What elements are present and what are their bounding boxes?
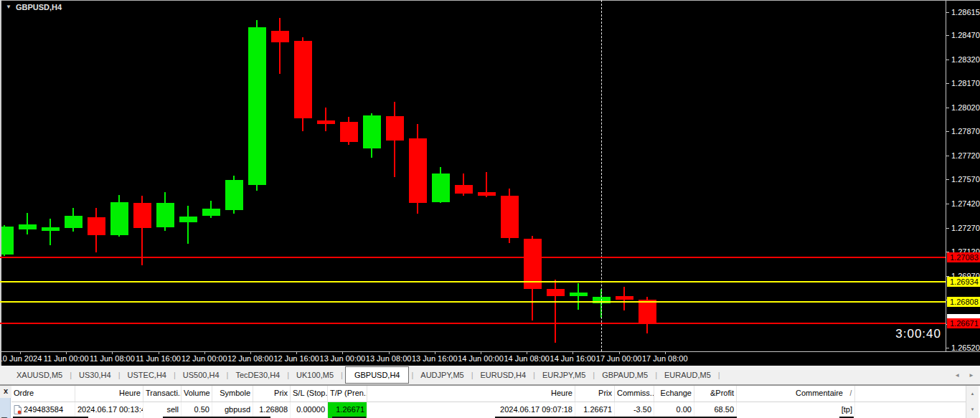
price-tick xyxy=(946,131,949,132)
price-tick xyxy=(946,179,949,180)
tab-us30-h4[interactable]: US30,H4 xyxy=(72,369,118,381)
candle-body xyxy=(478,192,496,196)
tab-audjpy-m5[interactable]: AUDJPY,M5 xyxy=(414,369,470,381)
day-separator-line xyxy=(601,0,602,351)
price-line[interactable] xyxy=(0,257,946,258)
chevron-down-icon: ▼ xyxy=(6,4,11,11)
price-tick xyxy=(946,228,949,229)
candle-body xyxy=(19,224,37,229)
time-tick-label: 11 Jun 08:00 xyxy=(90,354,135,363)
candle-body xyxy=(202,209,220,216)
candle-body xyxy=(547,289,565,296)
column-header-commiss-[interactable]: Commiss... xyxy=(615,386,654,402)
time-tick-label: 12 Jun 08:00 xyxy=(227,354,273,363)
cell-close-price: 1.26671 xyxy=(575,402,615,418)
price-line[interactable] xyxy=(0,323,946,324)
column-header-commentaire[interactable]: Commentaire xyxy=(737,386,855,402)
column-header-symbole[interactable]: Symbole xyxy=(212,386,253,402)
cell-close-time: 2024.06.17 09:07:18 xyxy=(367,402,575,418)
column-header-s-l-stop-[interactable]: S/L (Stop... xyxy=(291,386,328,402)
candle-body xyxy=(386,116,404,141)
price-line[interactable] xyxy=(0,281,946,282)
price-line-label: 1.26934 xyxy=(947,277,980,287)
tab-gbpusd-h4[interactable]: GBPUSD,H4 xyxy=(345,366,410,384)
cell-type: sell xyxy=(143,402,182,418)
history-row[interactable]: 249483584 2024.06.17 00:13:42 sell 0.50 … xyxy=(11,402,966,418)
cell-profit: 68.50 xyxy=(694,402,737,418)
column-header-stub xyxy=(855,386,966,402)
cell-comment: [tp] xyxy=(737,402,855,418)
tab-tecde30-h4[interactable]: TecDE30,H4 xyxy=(229,369,286,381)
tab-us500-h4[interactable]: US500,H4 xyxy=(176,369,226,381)
candle-wick xyxy=(578,283,579,310)
cell-swap: 0.00 xyxy=(654,402,694,418)
price-line[interactable] xyxy=(0,301,946,303)
price-tick-label: 1.28470 xyxy=(951,31,980,39)
tab-separator: | xyxy=(340,371,344,379)
order-document-icon xyxy=(14,405,22,414)
column-header-transacti-[interactable]: Transacti... xyxy=(143,386,182,402)
cell-sl: 0.00000 xyxy=(291,402,328,418)
tab-gbpaud-m5[interactable]: GBPAUD,M5 xyxy=(595,369,654,381)
column-header-ordre[interactable]: Ordre xyxy=(11,386,75,402)
time-tick-label: 14 Jun 08:00 xyxy=(504,354,550,363)
terminal-close-button[interactable]: x xyxy=(0,386,11,398)
chart-window: ▼ GBPUSD,H4 3:00:40 1.286151.284701.2832… xyxy=(0,0,980,366)
price-tick xyxy=(946,156,949,156)
column-header--profit[interactable]: &Profit xyxy=(694,386,737,402)
candle-body xyxy=(225,180,243,210)
tabs-scroll-right-icon[interactable]: ► xyxy=(969,372,974,379)
time-axis[interactable]: 10 Jun 202411 Jun 00:0011 Jun 08:0011 Ju… xyxy=(0,351,980,366)
sort-direction-icon[interactable]: / xyxy=(847,386,855,401)
price-tick-label: 1.27420 xyxy=(951,199,980,208)
terminal-panel: x Terminal OrdreHeureTransacti...VolumeS… xyxy=(0,385,980,418)
column-header-prix[interactable]: Prix xyxy=(253,386,291,402)
scroll-up-icon[interactable]: ▲ xyxy=(966,386,979,402)
tab-uk100-m5[interactable]: UK100,M5 xyxy=(290,369,340,381)
chart-tabs-bar: XAUUSD,M5|US30,H4|USTEC,H4|US500,H4|TecD… xyxy=(0,366,980,385)
tab-xauusd-m5[interactable]: XAUUSD,M5 xyxy=(10,369,69,381)
candle-body xyxy=(88,217,105,235)
candle-wick xyxy=(325,108,326,131)
chart-symbol-label: ▼ GBPUSD,H4 xyxy=(6,2,62,12)
tabs-scroll-left-icon[interactable]: ◄ xyxy=(954,372,960,379)
column-header-prix[interactable]: Prix xyxy=(575,386,615,402)
price-line-label: 1.26671 xyxy=(947,318,980,328)
history-table-header: OrdreHeureTransacti...VolumeSymbolePrixS… xyxy=(11,386,966,402)
cell-stub xyxy=(855,402,966,418)
candle-body xyxy=(432,174,450,202)
column-header-heure[interactable]: Heure xyxy=(367,386,575,402)
mt4-window: ▼ GBPUSD,H4 3:00:40 1.286151.284701.2832… xyxy=(0,0,980,418)
column-header-heure[interactable]: Heure xyxy=(75,386,143,402)
candle-wick xyxy=(50,219,51,245)
candle-body xyxy=(42,227,60,231)
price-tick xyxy=(946,204,949,204)
time-tick-label: 13 Jun 00:00 xyxy=(320,354,366,363)
scroll-down-icon[interactable]: ▼ xyxy=(966,402,979,417)
candle-body xyxy=(340,122,358,142)
tab-eurjpy-m5[interactable]: EURJPY,M5 xyxy=(536,369,592,381)
price-axis[interactable]: 1.286151.284701.283201.281701.280201.278… xyxy=(946,0,980,351)
cell-open-time: 2024.06.17 00:13:42 xyxy=(75,402,143,418)
candle-body xyxy=(133,203,151,228)
tab-ustec-h4[interactable]: USTEC,H4 xyxy=(121,369,173,381)
column-header-t-p-pren-[interactable]: T/P (Pren... xyxy=(328,386,367,402)
cell-volume: 0.50 xyxy=(182,402,212,418)
price-tick xyxy=(946,348,949,348)
price-tick-label: 1.27870 xyxy=(951,127,980,136)
price-tick xyxy=(946,35,949,36)
candle-body xyxy=(501,196,519,238)
column-header-volume[interactable]: Volume xyxy=(182,386,212,402)
price-tick-label: 1.27720 xyxy=(951,151,980,160)
symbol-text: GBPUSD,H4 xyxy=(16,3,62,11)
time-tick-label: 11 Jun 16:00 xyxy=(136,354,181,363)
tab-eurusd-h4[interactable]: EURUSD,H4 xyxy=(474,369,533,381)
price-line-label: 1.26808 xyxy=(947,297,980,307)
candle-body xyxy=(294,41,312,118)
history-scrollbar[interactable]: ▲ ▼ xyxy=(966,386,979,418)
cell-symbol: gbpusd xyxy=(212,402,253,418)
column-header-echange[interactable]: Echange xyxy=(654,386,694,402)
chart-plot[interactable]: ▼ GBPUSD,H4 3:00:40 xyxy=(0,0,946,351)
tab-euraud-m5[interactable]: EURAUD,M5 xyxy=(658,369,717,381)
terminal-side-tab[interactable]: Terminal xyxy=(0,398,11,418)
